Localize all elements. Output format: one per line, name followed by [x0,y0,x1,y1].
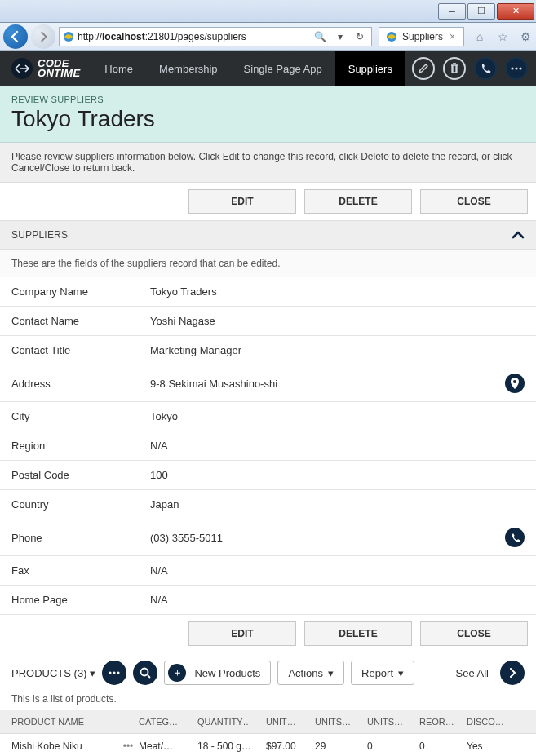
svg-point-4 [519,67,521,69]
delete-button[interactable]: DELETE [304,189,412,214]
field-row: Company NameTokyo Traders [0,277,536,307]
tab-close-icon[interactable]: × [448,31,457,42]
field-label: Contact Title [11,344,150,356]
edit-button[interactable]: EDIT [188,189,296,214]
field-value: 9-8 Sekimai Musashino-shi [150,378,505,390]
products-toolbar: PRODUCTS (3)▾ ＋ New Products Actions▾ Re… [0,652,536,693]
actions-dropdown[interactable]: Actions▾ [277,661,344,685]
section-description: These are the fields of the suppliers re… [0,250,536,277]
page-title: Tokyo Traders [11,106,525,132]
cell-units-order: 0 [367,741,419,752]
col-units-order[interactable]: UNITS… [367,717,419,727]
field-row: Phone(03) 3555-5011 [0,519,536,556]
cell-quantity: 18 - 500 g… [197,741,266,752]
tab-title: Suppliers [402,31,443,42]
app-logo[interactable]: CODE ONTIME [0,51,91,86]
field-label: Contact Name [11,315,150,327]
info-notice: Please review suppliers information belo… [0,143,536,183]
edit-action-icon[interactable] [412,57,435,80]
close-button[interactable]: CLOSE [420,621,528,646]
field-row: Contact TitleMarketing Manager [0,336,536,365]
col-product-name[interactable]: PRODUCT NAME [11,717,117,727]
cell-product-name: Mishi Kobe Niku [11,741,117,752]
svg-point-9 [141,669,148,676]
nav-item-suppliers[interactable]: Suppliers [335,51,405,86]
col-unit-price[interactable]: UNIT… [266,717,315,727]
svg-point-7 [113,671,116,674]
field-value: N/A [150,564,525,577]
field-value: Tokyo [150,410,525,422]
back-button[interactable] [3,24,28,49]
ie-icon [386,31,397,42]
field-row: Contact NameYoshi Nagase [0,307,536,336]
window-close-button[interactable]: ✕ [497,3,534,20]
cell-units-stock: 29 [315,741,367,752]
map-pin-icon[interactable] [505,374,525,393]
browser-tab[interactable]: Suppliers × [379,27,464,46]
more-action-icon[interactable] [505,57,528,80]
page-header: REVIEW SUPPLIERS Tokyo Traders [0,86,536,143]
section-title: SUPPLIERS [11,229,68,241]
forward-button[interactable] [31,24,55,49]
window-maximize-button[interactable]: ☐ [467,3,495,20]
delete-button[interactable]: DELETE [304,621,412,646]
see-all-arrow-icon[interactable] [500,661,525,685]
col-quantity[interactable]: QUANTITY… [197,717,266,727]
cell-unit-price: $97.00 [266,741,315,752]
nav-item-single-page-app[interactable]: Single Page App [231,51,335,86]
svg-point-8 [117,671,120,674]
tools-icon[interactable]: ⚙ [518,29,533,44]
field-label: Region [11,440,150,452]
field-label: Country [11,498,150,511]
table-row[interactable]: Mishi Kobe Niku•••Meat/…18 - 500 g…$97.0… [0,734,536,756]
action-row-bottom: EDIT DELETE CLOSE [0,615,536,652]
favorites-icon[interactable]: ☆ [495,29,510,44]
products-heading[interactable]: PRODUCTS (3)▾ [11,667,95,679]
col-discontinued[interactable]: DISCO… [467,717,507,727]
see-all-link[interactable]: See All [456,667,489,679]
row-menu-icon[interactable]: ••• [117,741,139,752]
field-label: City [11,410,150,422]
new-products-button[interactable]: ＋ New Products [164,661,271,685]
phone-icon[interactable] [505,528,525,547]
plus-icon: ＋ [168,664,186,682]
products-search-icon[interactable] [133,661,157,685]
svg-point-6 [109,671,112,674]
app-navbar: CODE ONTIME HomeMembershipSingle Page Ap… [0,51,536,86]
search-icon[interactable]: 🔍 [312,29,329,45]
window-titlebar: ─ ☐ ✕ [0,0,536,23]
refresh-icon[interactable]: ↻ [352,29,368,45]
products-description: This is a list of products. [0,693,536,710]
svg-point-3 [515,67,517,69]
svg-point-5 [513,380,516,383]
field-row: FaxN/A [0,556,536,586]
section-header-suppliers[interactable]: SUPPLIERS [0,220,536,250]
nav-item-home[interactable]: Home [91,51,146,86]
home-icon[interactable]: ⌂ [472,29,487,44]
col-units-stock[interactable]: UNITS… [315,717,367,727]
field-value: 100 [150,469,525,481]
cell-category: Meat/… [139,741,197,752]
collapse-icon[interactable] [512,230,525,240]
products-more-icon[interactable] [102,661,126,685]
field-value: Marketing Manager [150,344,525,356]
browser-address-bar: http://localhost:21801/pages/suppliers 🔍… [0,23,536,51]
phone-action-icon[interactable] [474,57,497,80]
col-category[interactable]: CATEG… [139,717,197,727]
url-field[interactable]: http://localhost:21801/pages/suppliers 🔍… [59,27,372,46]
close-button[interactable]: CLOSE [420,189,528,214]
col-reorder[interactable]: REOR… [419,717,467,727]
field-value: Tokyo Traders [150,285,525,298]
field-row: RegionN/A [0,431,536,461]
field-row: CountryJapan [0,490,536,519]
cell-reorder: 0 [419,741,467,752]
delete-action-icon[interactable] [443,57,466,80]
dropdown-icon[interactable]: ▾ [332,29,348,45]
nav-item-membership[interactable]: Membership [146,51,231,86]
report-dropdown[interactable]: Report▾ [351,661,414,685]
field-label: Fax [11,564,150,577]
field-label: Address [11,378,150,390]
window-minimize-button[interactable]: ─ [438,3,466,20]
chevron-down-icon: ▾ [328,667,334,679]
edit-button[interactable]: EDIT [188,621,296,646]
